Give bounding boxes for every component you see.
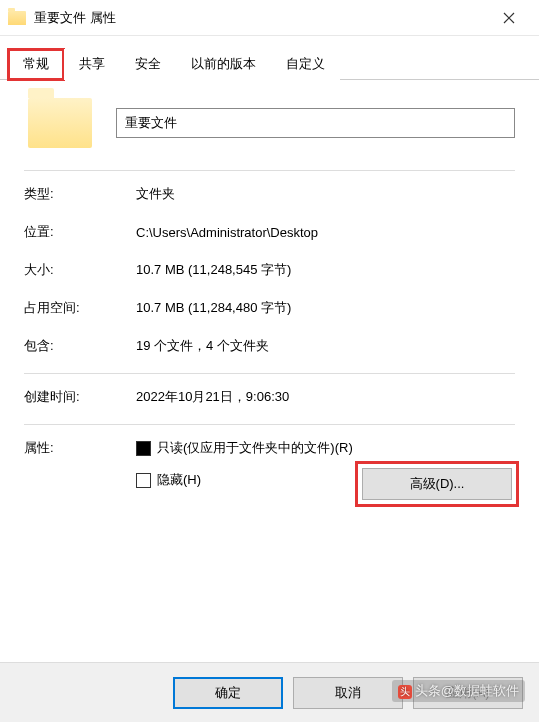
folder-name-input[interactable] [116,108,515,138]
label-type: 类型: [24,185,136,203]
value-created: 2022年10月21日，9:06:30 [136,388,515,406]
row-size: 大小: 10.7 MB (11,248,545 字节) [24,251,515,289]
readonly-checkbox[interactable] [136,441,151,456]
tab-content: 类型: 文件夹 位置: C:\Users\Administrator\Deskt… [0,80,539,515]
value-size-on-disk: 10.7 MB (11,284,480 字节) [136,299,515,317]
row-contains: 包含: 19 个文件，4 个文件夹 [24,327,515,365]
advanced-button[interactable]: 高级(D)... [362,468,512,500]
hidden-label: 隐藏(H) [157,471,201,489]
ok-button[interactable]: 确定 [173,677,283,709]
tab-bar: 常规 共享 安全 以前的版本 自定义 [0,36,539,80]
tab-customize[interactable]: 自定义 [271,49,340,80]
row-type: 类型: 文件夹 [24,175,515,213]
folder-icon-large [28,98,92,148]
value-location: C:\Users\Administrator\Desktop [136,225,515,240]
dialog-footer: 确定 取消 应用(A) [0,662,539,722]
tab-security[interactable]: 安全 [120,49,176,80]
cancel-button[interactable]: 取消 [293,677,403,709]
window-title: 重要文件 属性 [34,9,487,27]
close-icon [503,12,515,24]
row-size-on-disk: 占用空间: 10.7 MB (11,284,480 字节) [24,289,515,327]
folder-header-row [24,98,515,162]
value-contains: 19 个文件，4 个文件夹 [136,337,515,355]
label-location: 位置: [24,223,136,241]
attr-hidden-row: 隐藏(H) 高级(D)... [136,471,515,489]
label-contains: 包含: [24,337,136,355]
tab-sharing[interactable]: 共享 [64,49,120,80]
divider [24,170,515,171]
tab-previous-versions[interactable]: 以前的版本 [176,49,271,80]
label-size: 大小: [24,261,136,279]
close-button[interactable] [487,2,531,34]
value-type: 文件夹 [136,185,515,203]
row-location: 位置: C:\Users\Administrator\Desktop [24,213,515,251]
titlebar: 重要文件 属性 [0,0,539,36]
tab-general[interactable]: 常规 [8,49,64,80]
hidden-checkbox[interactable] [136,473,151,488]
divider [24,424,515,425]
attr-readonly-row: 只读(仅应用于文件夹中的文件)(R) [136,439,515,457]
attributes-section: 属性: 只读(仅应用于文件夹中的文件)(R) 隐藏(H) 高级(D)... [24,429,515,503]
folder-icon [8,11,26,25]
label-attributes: 属性: [24,439,136,503]
value-size: 10.7 MB (11,248,545 字节) [136,261,515,279]
row-created: 创建时间: 2022年10月21日，9:06:30 [24,378,515,416]
divider [24,373,515,374]
label-size-on-disk: 占用空间: [24,299,136,317]
svg-rect-0 [139,444,148,453]
square-fill-icon [139,444,148,453]
label-created: 创建时间: [24,388,136,406]
apply-button[interactable]: 应用(A) [413,677,523,709]
readonly-label: 只读(仅应用于文件夹中的文件)(R) [157,439,353,457]
advanced-highlight: 高级(D)... [355,461,519,507]
